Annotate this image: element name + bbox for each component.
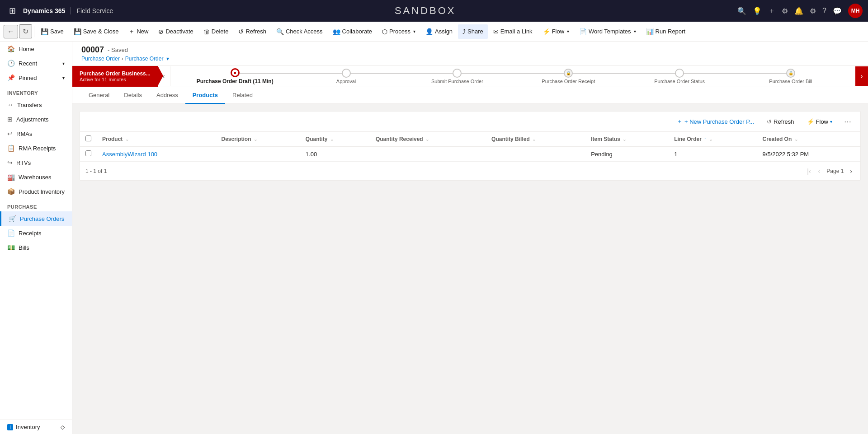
chat-icon[interactable]: 💬 [833,7,842,15]
breadcrumb-dropdown-icon[interactable]: ▾ [166,56,169,62]
layout: 🏠 Home 🕐 Recent ▾ 📌 Pinned ▾ Inventory ↔… [0,42,868,434]
user-avatar[interactable]: MH [848,4,863,18]
tab-general[interactable]: General [81,87,117,104]
save-close-button[interactable]: 💾 Save & Close [69,24,123,39]
forward-button[interactable]: ↻ [19,24,32,38]
bell-icon[interactable]: 🔔 [794,7,803,15]
sidebar-item-bills[interactable]: 💵 Bills [0,240,72,255]
tab-products[interactable]: Products [185,87,225,104]
process-dropdown-icon: ▾ [413,29,415,34]
check-access-button[interactable]: 🔍 Check Access [272,24,327,39]
tab-address[interactable]: Address [149,87,185,104]
question-icon[interactable]: ? [822,7,826,15]
email-link-button[interactable]: ✉ Email a Link [489,24,537,39]
grid-refresh-button[interactable]: ↺ Refresh [762,115,799,128]
sidebar-bottom-label: Inventory [16,424,40,430]
sidebar-item-pinned[interactable]: 📌 Pinned ▾ [0,70,72,85]
page-prev-button[interactable]: ‹ [816,166,823,177]
page-label: Page 1 [825,168,845,174]
search-icon[interactable]: 🔍 [737,7,746,15]
sidebar-bottom-inventory[interactable]: I Inventory ◇ [0,420,72,434]
sidebar-item-rmas[interactable]: ↩ RMAs [0,126,72,141]
cell-qty-billed [486,147,585,162]
process-button[interactable]: ⬡ Process ▾ [377,24,420,39]
sort-description-icon: ⌄ [254,137,257,142]
flow-button[interactable]: ⚡ Flow ▾ [538,24,574,39]
refresh-button[interactable]: ↺ Refresh [234,24,271,39]
back-button[interactable]: ← [4,25,18,38]
process-label-bill: Purchase Order Bill [769,79,812,84]
col-qty-billed[interactable]: Quantity Billed ⌄ [486,132,585,147]
active-process-stage[interactable]: Purchase Order Business... Active for 11… [72,66,158,87]
col-item-status[interactable]: Item Status ⌄ [585,132,669,147]
process-circle-draft: ● [231,68,240,77]
new-button[interactable]: ＋ New [124,24,153,39]
page-first-button[interactable]: |‹ [804,166,813,177]
word-templates-dropdown-icon: ▾ [634,29,636,34]
col-line-order[interactable]: Line Order ↑ ⌄ [669,132,757,147]
process-step-submit[interactable]: Submit Purchase Order [401,69,513,84]
sidebar-item-product-inventory[interactable]: 📦 Product Inventory [0,184,72,199]
process-step-receipt[interactable]: 🔒 Purchase Order Receipt [513,69,624,84]
process-step-status[interactable]: Purchase Order Status [624,69,735,84]
sidebar-item-product-inventory-label: Product Inventory [19,188,65,195]
select-all-checkbox[interactable] [85,135,91,141]
assign-button[interactable]: 👤 Assign [421,24,457,39]
col-product[interactable]: Product ⌄ [97,132,216,147]
sidebar-item-purchase-orders[interactable]: 🛒 Purchase Orders [0,211,72,226]
breadcrumb-item-1[interactable]: Purchase Order [81,56,120,62]
save-close-icon: 💾 [74,28,81,35]
row-checkbox[interactable] [85,150,91,156]
record-number: 00007 [81,45,104,55]
gear-icon[interactable]: ⚙ [810,7,816,15]
collaborate-button[interactable]: 👥 Collaborate [328,24,377,39]
col-created-on[interactable]: Created On ⌄ [757,132,860,147]
breadcrumb-item-2[interactable]: Purchase Order ▾ [125,56,169,62]
process-label-approval: Approval [336,79,356,84]
process-step-approval[interactable]: Approval [291,69,402,84]
sidebar-item-warehouses[interactable]: 🏭 Warehouses [0,170,72,184]
row-checkbox-cell[interactable] [80,147,97,162]
sidebar-item-rma-receipts[interactable]: 📋 RMA Receipts [0,141,72,155]
col-description[interactable]: Description ⌄ [216,132,300,147]
col-quantity[interactable]: Quantity ⌄ [300,132,370,147]
sidebar-item-transfers[interactable]: ↔ Transfers [0,98,72,112]
share-button[interactable]: ⤴ Share [458,24,488,39]
page-next-button[interactable]: › [847,166,855,177]
sidebar-item-receipts[interactable]: 📄 Receipts [0,226,72,240]
brand-logo[interactable]: Dynamics 365 [23,7,71,14]
new-purchase-order-button[interactable]: ＋ + New Purchase Order P... [672,115,759,128]
grid-more-button[interactable]: ⋯ [840,116,855,128]
product-link[interactable]: AssemblyWizard 100 [102,151,157,158]
tab-details[interactable]: Details [117,87,149,104]
process-step-draft[interactable]: ● Purchase Order Draft (11 Min) [179,68,291,84]
cell-description [216,147,300,162]
select-all-header[interactable] [80,132,97,147]
sidebar-item-home[interactable]: 🏠 Home [0,42,72,56]
col-qty-received[interactable]: Quantity Received ⌄ [370,132,486,147]
run-report-button[interactable]: 📊 Run Report [642,24,690,39]
plus-icon[interactable]: ＋ [768,6,775,16]
refresh-icon: ↺ [238,28,244,35]
tab-related[interactable]: Related [225,87,260,104]
filter-icon[interactable]: ⚙ [782,7,788,15]
word-templates-button[interactable]: 📄 Word Templates ▾ [575,24,640,39]
sidebar-item-rtvs[interactable]: ↪ RTVs [0,155,72,170]
delete-button[interactable]: 🗑 Delete [199,24,233,39]
sidebar-item-recent-label: Recent [19,60,37,67]
pinned-expand-icon: ▾ [62,75,65,80]
cmd-separator-1 [34,26,34,37]
lightbulb-icon[interactable]: 💡 [753,7,762,15]
process-step-bill[interactable]: 🔒 Purchase Order Bill [735,69,846,84]
grid-flow-dropdown-icon: ▾ [830,119,832,124]
deactivate-button[interactable]: ⊘ Deactivate [154,24,198,39]
process-next-button[interactable]: › [855,66,868,86]
grid-flow-button[interactable]: ⚡ Flow ▾ [802,115,837,128]
app-name: Field Service [75,7,113,14]
waffle-menu[interactable]: ⊞ [5,4,19,18]
save-button[interactable]: 💾 Save [36,24,68,39]
rma-receipts-icon: 📋 [7,145,15,152]
sidebar-item-recent[interactable]: 🕐 Recent ▾ [0,56,72,70]
sidebar-item-adjustments[interactable]: ⊞ Adjustments [0,112,72,126]
sort-line-order-icon: ↑ [704,137,706,142]
